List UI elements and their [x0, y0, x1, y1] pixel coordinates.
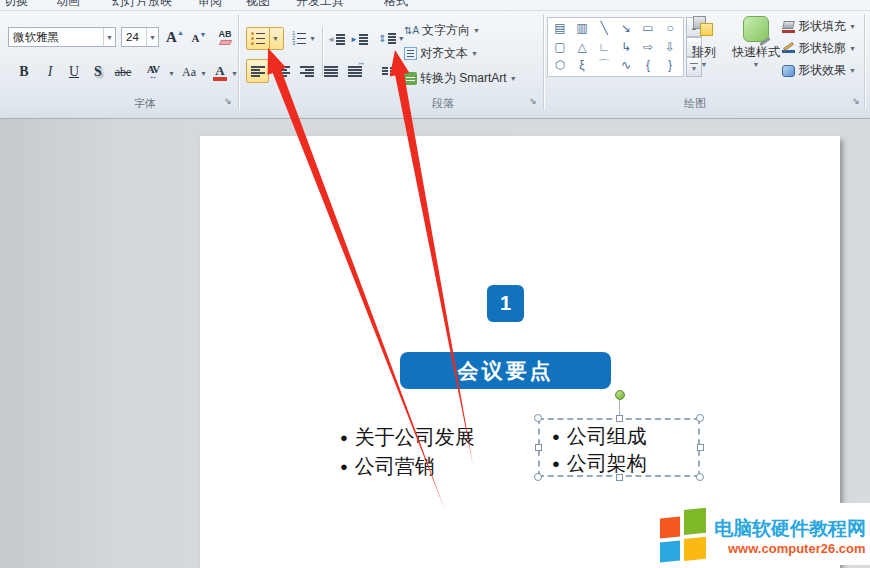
shape-freeform[interactable]: ⬡ [549, 56, 571, 74]
paragraph-dialog-launcher[interactable]: ⇘ [527, 95, 539, 107]
quick-styles-icon [743, 16, 769, 42]
change-case-button[interactable]: Aa [176, 60, 202, 84]
shape-curve[interactable]: ∿ [615, 56, 637, 74]
rotation-handle[interactable] [615, 390, 625, 400]
font-size-value: 24 [126, 31, 139, 43]
numbering-dropdown-icon[interactable]: ▼ [309, 35, 316, 42]
line-spacing-icon: ⇕ [378, 33, 386, 44]
clear-formatting-button[interactable]: AB [213, 26, 237, 48]
tab-animations[interactable]: 动画 [56, 0, 80, 10]
font-name-combo[interactable]: 微软雅黑 ▼ [8, 27, 116, 47]
selection-handle-top-center[interactable] [616, 415, 623, 422]
site-logo-icon [660, 506, 708, 561]
selection-handle-middle-left[interactable] [535, 444, 542, 451]
change-case-dropdown-icon[interactable]: ▼ [200, 70, 207, 77]
bold-button[interactable]: B [12, 60, 36, 84]
selection-handle-bottom-center[interactable] [616, 474, 623, 481]
shape-elbow-connector[interactable]: ∟ [593, 38, 615, 56]
shape-rounded-rectangle[interactable]: ▢ [549, 38, 571, 56]
selected-text-box[interactable]: ● 公司组成 ● 公司架构 [538, 418, 700, 477]
tab-format[interactable]: 格式 [384, 0, 408, 10]
align-left-button[interactable] [246, 59, 269, 83]
distribute-text-button[interactable]: ⇿ [343, 59, 366, 83]
font-name-dropdown-icon[interactable]: ▼ [103, 28, 115, 46]
align-center-icon [276, 66, 290, 77]
align-center-button[interactable] [271, 59, 294, 83]
align-text-button[interactable]: 对齐文本 ▼ [404, 45, 478, 62]
shape-effects-icon [782, 65, 795, 77]
selection-handle-middle-right[interactable] [697, 444, 704, 451]
align-right-button[interactable] [295, 59, 318, 83]
bullets-button[interactable]: ▼ [246, 27, 284, 50]
increase-indent-button[interactable]: ► [348, 28, 370, 50]
shape-arc[interactable]: ⌒ [593, 56, 615, 74]
shape-text-box[interactable]: ▤ [549, 19, 571, 37]
increase-indent-icon: ► [350, 35, 358, 44]
text-shadow-button[interactable]: S [86, 60, 110, 84]
selection-handle-top-left[interactable] [534, 414, 542, 422]
text-direction-button[interactable]: ⇅A 文字方向 ▼ [404, 22, 480, 39]
columns-button[interactable]: ▼ [380, 60, 406, 82]
convert-to-smartart-button[interactable]: 转换为 SmartArt ▼ [404, 70, 517, 87]
arrange-button[interactable]: 排列 ▼ [686, 16, 722, 68]
shape-vertical-text-box[interactable]: ▥ [571, 19, 593, 37]
selection-handle-bottom-left[interactable] [534, 473, 542, 481]
shape-right-arrow[interactable]: ⇨ [637, 38, 659, 56]
shape-left-brace[interactable]: { [637, 56, 659, 74]
shape-effects-button[interactable]: 形状效果 ▼ [782, 62, 856, 79]
font-color-dropdown-icon[interactable]: ▼ [231, 70, 238, 77]
font-color-button[interactable]: A [208, 60, 232, 84]
shape-fill-icon [782, 21, 795, 33]
shape-arrow[interactable]: ↘ [615, 19, 637, 37]
tab-transitions[interactable]: 切换 [4, 0, 28, 10]
underline-button[interactable]: U [62, 60, 86, 84]
shrink-font-icon: A [192, 32, 200, 44]
italic-button[interactable]: I [38, 60, 62, 84]
shape-triangle[interactable]: △ [571, 38, 593, 56]
right-bullet-list[interactable]: ● 公司组成 ● 公司架构 [552, 423, 647, 477]
character-spacing-button[interactable]: AV ↔ [138, 60, 168, 84]
shape-line[interactable]: ╲ [593, 19, 615, 37]
shape-scribble[interactable]: ξ [571, 56, 593, 74]
bullet-icon: ● [340, 459, 348, 474]
font-dialog-launcher[interactable]: ⇘ [222, 95, 234, 107]
shrink-font-button[interactable]: A ▼ [189, 28, 209, 48]
grow-font-icon: A [166, 29, 177, 46]
tab-developer[interactable]: 开发工具 [296, 0, 344, 10]
shape-elbow-arrow-connector[interactable]: ↳ [615, 38, 637, 56]
shape-oval[interactable]: ○ [659, 19, 681, 37]
grow-font-button[interactable]: A ▲ [163, 26, 187, 48]
shape-rectangle[interactable]: ▭ [637, 19, 659, 37]
selection-handle-bottom-right[interactable] [696, 473, 704, 481]
site-url[interactable]: www.computer26.com [728, 541, 866, 556]
ribbon-tab-strip: 切换 动画 幻灯片放映 审阅 视图 开发工具 格式 [0, 0, 870, 11]
list-item: ● 公司架构 [552, 450, 647, 477]
columns-icon [382, 67, 388, 75]
bullets-dropdown-icon[interactable]: ▼ [269, 28, 279, 49]
quick-styles-button[interactable]: 快速样式 ▼ [731, 16, 781, 68]
justify-button[interactable] [319, 59, 342, 83]
drawing-dialog-launcher[interactable]: ⇘ [850, 95, 862, 107]
site-watermark: 电脑软硬件教程网 www.computer26.com [648, 503, 870, 565]
character-spacing-dropdown-icon[interactable]: ▼ [168, 70, 175, 77]
selection-handle-top-right[interactable] [696, 414, 704, 422]
justify-icon [324, 66, 338, 77]
font-size-dropdown-icon[interactable]: ▼ [146, 28, 158, 46]
shape-fill-button[interactable]: 形状填充 ▼ [782, 18, 856, 35]
tab-review[interactable]: 审阅 [198, 0, 222, 10]
shape-outline-button[interactable]: 形状轮廓 ▼ [782, 40, 856, 57]
decrease-indent-button[interactable]: ◄ [326, 28, 346, 50]
number-badge-shape[interactable]: 1 [487, 285, 524, 322]
strikethrough-button[interactable]: abe [110, 60, 136, 84]
numbering-button[interactable]: 1 2 3 ▼ [289, 27, 319, 50]
tab-view[interactable]: 视图 [246, 0, 270, 10]
left-bullet-list[interactable]: ● 关于公司发展 ● 公司营销 [340, 423, 475, 481]
shape-down-arrow[interactable]: ⇩ [659, 38, 681, 56]
tab-slideshow[interactable]: 幻灯片放映 [112, 0, 172, 10]
bullets-icon [251, 32, 265, 45]
font-size-combo[interactable]: 24 ▼ [121, 27, 159, 47]
line-spacing-button[interactable]: ⇕ ▼ [378, 27, 405, 50]
site-name: 电脑软硬件教程网 [714, 516, 866, 542]
shape-right-brace[interactable]: } [659, 56, 681, 74]
slide-title-shape[interactable]: 会议要点 [400, 352, 611, 389]
